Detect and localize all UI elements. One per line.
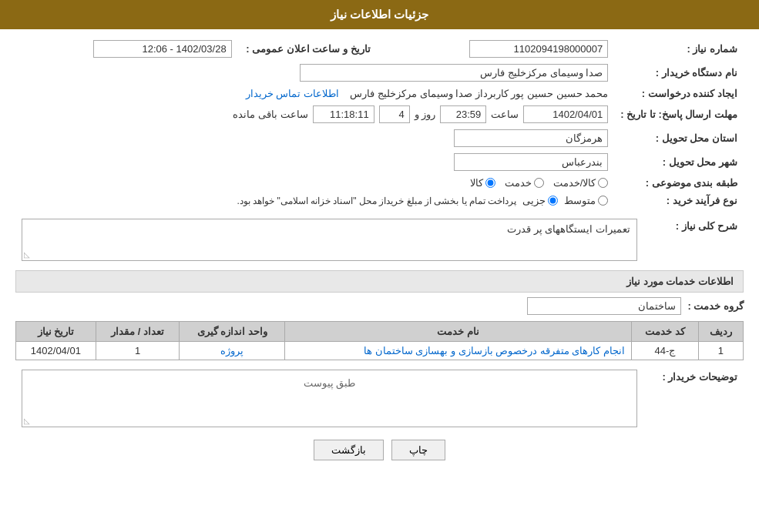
purchase-type-motasat-label: متوسط <box>564 195 596 206</box>
cell-date: 1402/04/01 <box>16 342 96 360</box>
buyer-desc-label: توضیحات خریدار : <box>643 366 744 430</box>
radio-kala-khadamat[interactable]: کالا/خدمت <box>553 177 609 189</box>
classification-kala-label: کالا <box>470 177 483 189</box>
date-cell: 1402/03/28 - 12:06 <box>15 37 238 61</box>
creator-value: محمد حسین حسین پور کاربرداز صدا وسیمای م… <box>350 88 608 99</box>
province-value: هرمزگان <box>454 129 608 147</box>
content-area: شماره نیاز : 1102094198000007 تاریخ و سا… <box>0 29 759 477</box>
page-header: جزئیات اطلاعات نیاز <box>0 0 759 29</box>
province-label: استان محل تحویل : <box>614 126 744 150</box>
remaining-time-label: ساعت باقی مانده <box>233 109 307 120</box>
need-number-value: 1102094198000007 <box>469 40 608 58</box>
radio-jozee[interactable]: جزیی <box>522 195 558 206</box>
purchase-type-label: نوع فرآیند خرید : <box>614 192 744 209</box>
remaining-days-label: روز و <box>415 109 436 120</box>
services-section-header: اطلاعات خدمات مورد نیاز <box>15 270 744 293</box>
cell-unit: پروژه <box>180 342 285 360</box>
radio-khadamat[interactable]: خدمت <box>505 177 544 189</box>
province-cell: هرمزگان <box>15 126 614 150</box>
city-value: بندرعباس <box>454 153 608 171</box>
date-label: تاریخ و ساعت اعلان عمومی : <box>238 37 377 61</box>
header-title: جزئیات اطلاعات نیاز <box>331 8 428 21</box>
table-row: 1 ج-44 انجام کارهای متفرقه درخصوص بازساز… <box>16 342 744 360</box>
buyer-station-label: نام دستگاه خریدار : <box>614 61 744 85</box>
buyer-desc-cell: طبق پیوست ◺ <box>15 366 643 430</box>
need-desc-value: تعمیرات ایستگاههای پر قدرت <box>507 223 630 235</box>
col-code: کد خدمت <box>632 322 699 342</box>
cell-name: انجام کارهای متفرقه درخصوص بازسازی و بهس… <box>285 342 632 360</box>
city-label: شهر محل تحویل : <box>614 150 744 174</box>
need-desc-section: شرح کلی نیاز : تعمیرات ایستگاههای پر قدر… <box>15 216 744 264</box>
need-desc-label: شرح کلی نیاز : <box>643 216 744 264</box>
creator-label: ایجاد کننده درخواست : <box>614 85 744 102</box>
col-date: تاریخ نیاز <box>16 322 96 342</box>
need-number-label: شماره نیاز : <box>614 37 744 61</box>
buyer-desc-placeholder: طبق پیوست <box>304 377 356 389</box>
purchase-type-cell: متوسط جزیی پرداخت تمام یا بخشی از مبلغ خ… <box>15 192 614 209</box>
classification-khadamat-label: خدمت <box>505 177 532 189</box>
cell-count: 1 <box>96 342 180 360</box>
button-group: چاپ بازگشت <box>15 440 744 460</box>
classification-cell: کالا/خدمت خدمت کالا <box>15 174 614 192</box>
need-number-cell: 1102094198000007 <box>392 37 615 61</box>
remaining-days-value: 4 <box>379 105 410 123</box>
col-count: تعداد / مقدار <box>96 322 180 342</box>
date-value: 1402/03/28 - 12:06 <box>93 40 232 58</box>
radio-motasat[interactable]: متوسط <box>564 195 608 206</box>
cell-code: ج-44 <box>632 342 699 360</box>
classification-kala-khadamat-label: کالا/خدمت <box>553 177 596 189</box>
services-table: ردیف کد خدمت نام خدمت واحد اندازه گیری ت… <box>15 321 744 360</box>
classification-label: طبقه بندی موضوعی : <box>614 174 744 192</box>
buyer-station-cell: صدا وسیمای مرکزخلیج فارس <box>15 61 614 85</box>
info-section: شماره نیاز : 1102094198000007 تاریخ و سا… <box>15 37 744 209</box>
reply-deadline-cell: 1402/04/01 ساعت 23:59 روز و 4 11:18:11 س… <box>15 102 614 126</box>
radio-kala[interactable]: کالا <box>470 177 495 189</box>
purchase-type-jozee-label: جزیی <box>522 195 546 206</box>
creator-link[interactable]: اطلاعات تماس خریدار <box>246 88 339 99</box>
back-button[interactable]: بازگشت <box>314 440 384 460</box>
creator-cell: محمد حسین حسین پور کاربرداز صدا وسیمای م… <box>15 85 614 102</box>
cell-radif: 1 <box>698 342 743 360</box>
reply-date-value: 1402/04/01 <box>523 105 608 123</box>
city-cell: بندرعباس <box>15 150 614 174</box>
reply-time-label: ساعت <box>491 109 519 120</box>
need-desc-cell: تعمیرات ایستگاههای پر قدرت ◺ <box>15 216 643 264</box>
print-button[interactable]: چاپ <box>391 440 445 460</box>
buyer-station-value: صدا وسیمای مرکزخلیج فارس <box>300 64 608 82</box>
purchase-type-note: پرداخت تمام یا بخشی از مبلغ خریداز محل "… <box>237 196 516 206</box>
col-name: نام خدمت <box>285 322 632 342</box>
page-wrapper: جزئیات اطلاعات نیاز شماره نیاز : 1102094… <box>0 0 759 532</box>
col-radif: ردیف <box>698 322 743 342</box>
buyer-desc-section: توضیحات خریدار : طبق پیوست ◺ <box>15 366 744 430</box>
col-unit: واحد اندازه گیری <box>180 322 285 342</box>
remaining-time-value-box: 11:18:11 <box>313 105 374 123</box>
service-group-row: گروه خدمت : ساختمان <box>15 297 744 315</box>
service-group-value: ساختمان <box>527 297 681 315</box>
reply-deadline-label: مهلت ارسال پاسخ: تا تاریخ : <box>614 102 744 126</box>
reply-time-value: 23:59 <box>440 105 486 123</box>
service-group-label: گروه خدمت : <box>687 300 744 312</box>
